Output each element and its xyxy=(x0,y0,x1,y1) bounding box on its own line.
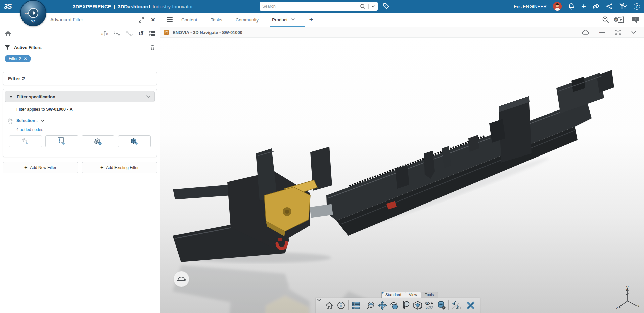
add-existing-filter-label: Add Existing Filter xyxy=(106,165,139,170)
home-view-button[interactable] xyxy=(323,299,335,312)
model-gray-plate xyxy=(310,204,333,218)
hide-show-button[interactable] xyxy=(423,299,435,312)
widget-menu-chevron-icon[interactable] xyxy=(631,31,636,34)
undo-icon[interactable]: ↺ xyxy=(138,31,144,37)
search-input[interactable] xyxy=(262,4,360,9)
search-icon[interactable] xyxy=(360,4,366,9)
3ds-logo-icon[interactable]: 3S xyxy=(0,2,15,10)
filter-name-card[interactable]: Filter-2 xyxy=(3,72,157,85)
home-icon[interactable] xyxy=(5,31,11,37)
navigation-mode-button[interactable] xyxy=(450,299,462,312)
toolbar-separator xyxy=(463,300,463,310)
add-tab-icon[interactable]: + xyxy=(309,15,314,24)
brand-role: Industry Innovator xyxy=(153,4,193,9)
media-player-icon[interactable]: 0 xyxy=(616,16,625,23)
toolbar-tab-tools[interactable]: Tools xyxy=(421,292,438,298)
widget-title: ENOVIA - 3D Navigate - SW-01000 xyxy=(173,30,242,35)
maximize-widget-icon[interactable] xyxy=(615,29,621,35)
axis-triad: y z x xyxy=(616,285,639,312)
cloud-icon[interactable] xyxy=(582,30,589,35)
main-layout: Advanced Filter × ae ↺ xyxy=(0,13,644,313)
toolbar-tab-standard[interactable]: Standard xyxy=(381,292,405,298)
rotate-button[interactable] xyxy=(388,299,400,312)
add-content-icon[interactable]: + xyxy=(581,3,586,10)
enovia-app-icon xyxy=(164,30,169,35)
swym-community-icon[interactable] xyxy=(619,3,627,10)
tab-product-label: Product xyxy=(272,17,288,23)
selection-label[interactable]: Selection : xyxy=(16,118,38,123)
filter-list-icon[interactable] xyxy=(114,31,121,37)
route-connector-icon[interactable] xyxy=(126,31,133,37)
zoom-button[interactable] xyxy=(400,299,412,312)
3d-model[interactable] xyxy=(160,38,644,313)
layout-panels-icon[interactable] xyxy=(149,31,155,37)
tab-content[interactable]: Content xyxy=(181,13,197,27)
funnel-icon xyxy=(5,45,10,50)
panel-title: Advanced Filter xyxy=(50,17,132,23)
user-name[interactable]: Eric ENGINEER xyxy=(514,4,547,9)
dashboard-tab-bar: Content Tasks Community Product + 0 xyxy=(160,13,644,27)
model-boom xyxy=(326,70,614,236)
filter-spec-title: Filter specification xyxy=(17,94,146,99)
list-add-button[interactable] xyxy=(45,135,78,147)
selection-chevron-icon[interactable] xyxy=(41,119,45,122)
hand-cursor-icon xyxy=(7,117,13,124)
active-filters-title: Active Filters xyxy=(14,45,150,50)
user-avatar[interactable] xyxy=(553,2,562,11)
filter-spec-header[interactable]: Filter specification xyxy=(5,91,155,102)
filter-chip-remove-icon[interactable]: × xyxy=(24,57,27,60)
brand-app: 3DDashboard xyxy=(118,4,150,9)
3dexperience-compass-button[interactable]: 3D V,R xyxy=(20,0,46,26)
pan-button[interactable] xyxy=(376,299,388,312)
filter-chip-label: Filter-2 xyxy=(9,56,21,61)
minimize-widget-icon[interactable]: — xyxy=(599,31,605,34)
dashboard-menu-icon[interactable] xyxy=(167,17,173,23)
toolbar-tabs: Standard View Tools xyxy=(381,292,480,298)
partial-model-add-button[interactable] xyxy=(82,135,114,147)
chevron-down-icon[interactable] xyxy=(146,95,150,98)
toolbar-tab-view[interactable]: View xyxy=(405,292,421,298)
full-model-add-button[interactable] xyxy=(118,135,151,147)
brand-platform: 3DEXPERIENCE xyxy=(73,4,111,9)
chat-icon[interactable] xyxy=(632,16,639,23)
zoom-fit-button[interactable] xyxy=(365,299,376,312)
add-new-filter-button[interactable]: + Add New Filter xyxy=(3,162,78,173)
database-settings-button[interactable] xyxy=(435,299,447,312)
model-tree-button[interactable] xyxy=(350,299,362,312)
tab-tasks[interactable]: Tasks xyxy=(211,13,222,27)
widget-title-bar[interactable]: ENOVIA - 3D Navigate - SW-01000 — xyxy=(160,27,644,38)
add-existing-filter-button[interactable]: + Add Existing Filter xyxy=(82,162,157,173)
3d-viewport[interactable]: Standard View Tools xyxy=(160,38,644,313)
trash-icon[interactable] xyxy=(150,45,155,50)
collaborate-nodes-icon[interactable] xyxy=(606,3,613,10)
panel-toolbar: ae ↺ xyxy=(0,27,160,40)
collapse-toolbar-icon[interactable] xyxy=(317,299,321,301)
collapse-triangle-icon xyxy=(9,96,13,98)
top-right-cluster: Eric ENGINEER + ? xyxy=(514,0,640,13)
panel-toolbar-actions: ae ↺ xyxy=(101,31,155,37)
filter-applies-line: Filter applies to SW-01000 - A xyxy=(16,107,153,112)
filter-search-icon[interactable] xyxy=(602,16,609,24)
info-button[interactable] xyxy=(335,299,347,312)
rename-filter-icon[interactable]: ae xyxy=(101,31,109,37)
close-toolbar-button[interactable] xyxy=(465,299,476,312)
safety-helmet-button[interactable] xyxy=(174,271,189,287)
search-options-chevron-icon[interactable] xyxy=(371,5,375,8)
active-filters-header: Active Filters xyxy=(5,45,155,50)
help-icon[interactable]: ? xyxy=(634,3,640,10)
pointer-add-button[interactable] xyxy=(9,135,42,147)
tab-product[interactable]: Product xyxy=(272,13,295,27)
axis-x-label: x xyxy=(637,303,639,308)
close-panel-icon[interactable]: × xyxy=(151,17,155,23)
notifications-bell-icon[interactable] xyxy=(568,3,575,10)
expand-panel-icon[interactable] xyxy=(139,17,144,23)
added-nodes-link[interactable]: 4 added nodes xyxy=(16,127,43,132)
tab-community[interactable]: Community xyxy=(236,13,259,27)
search-bar[interactable] xyxy=(260,2,378,11)
axis-y-label: y xyxy=(626,285,629,290)
share-icon[interactable] xyxy=(592,3,600,10)
tab-options-chevron-icon[interactable] xyxy=(291,18,295,21)
filter-chip[interactable]: Filter-2 × xyxy=(5,55,31,62)
iso-view-cube-button[interactable] xyxy=(412,299,423,312)
tag-icon[interactable] xyxy=(383,3,390,11)
